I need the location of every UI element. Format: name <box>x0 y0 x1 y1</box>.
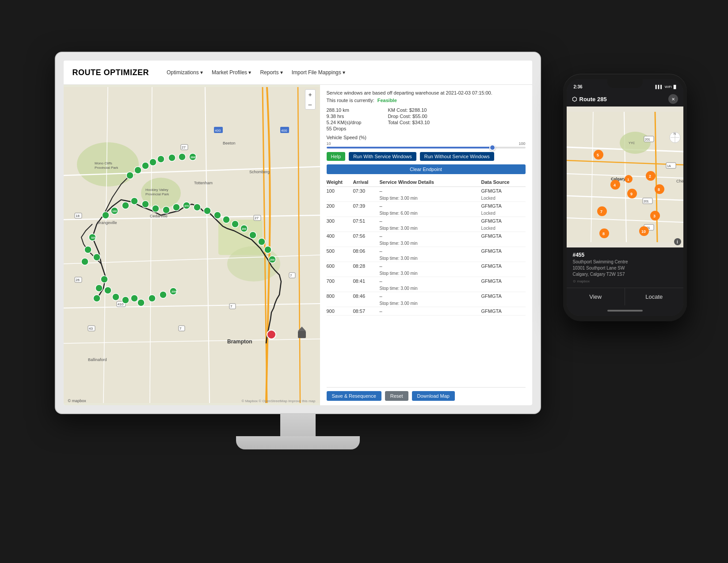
svg-text:8: 8 <box>658 187 660 192</box>
monitor: ROUTE OPTIMIZER Optimizations ▾ Market P… <box>55 52 541 449</box>
phone-close-button[interactable]: ✕ <box>668 94 678 104</box>
svg-text:Schomberg: Schomberg <box>249 170 270 174</box>
svg-point-91 <box>149 159 156 166</box>
signal-icon: ▌▌▌ <box>656 85 663 89</box>
download-map-button[interactable]: Download Map <box>412 391 455 401</box>
table-row: 400 07:56 – GFMGTA <box>327 232 526 240</box>
zoom-out-button[interactable]: – <box>305 99 315 109</box>
svg-text:2865: 2865 <box>191 156 197 159</box>
phone-status-icons: ▌▌▌ WiFi █ <box>656 85 676 89</box>
map-zoom-control[interactable]: + – <box>305 89 316 110</box>
svg-point-72 <box>163 206 170 213</box>
reset-button[interactable]: Reset <box>385 391 408 401</box>
cell-source: GFMGTA <box>481 278 526 284</box>
table-row: 800 08:46 – GFMGTA <box>327 292 526 300</box>
cell-source: GFMGTA <box>481 218 526 224</box>
map-svg: Beeton Tottenham Schomberg Cedarville Or… <box>64 85 320 405</box>
cell-stop-time: Stop time: 3.00 min <box>380 286 481 291</box>
phone-address-street: 10301 Southport Lane SW <box>573 265 677 271</box>
stat-distance: 288.10 km <box>327 107 362 113</box>
svg-point-73 <box>173 204 180 211</box>
speed-thumb[interactable] <box>489 145 495 151</box>
phone-route-title: ⬡ Route 285 <box>572 96 607 103</box>
cell-weight: 400 <box>327 233 353 239</box>
table-row-sub: Stop time: 3.00 min <box>327 270 526 277</box>
run-with-service-button[interactable]: Run With Service Windows <box>349 152 416 161</box>
svg-text:200: 200 <box>270 259 275 261</box>
svg-point-71 <box>152 205 159 212</box>
cell-source: GFMGTA <box>481 203 526 209</box>
svg-text:3: 3 <box>653 214 656 218</box>
locate-button[interactable]: Locate <box>625 288 683 305</box>
svg-text:325: 325 <box>91 236 96 239</box>
stat-km-drop: 5.24 KM(s)/drop <box>327 120 362 125</box>
route-stats: 288.10 km 9.38 hrs 5.24 KM(s)/drop 55 Dr… <box>327 107 526 131</box>
map-info-button[interactable]: i <box>674 238 681 245</box>
cell-arrival: 07:56 <box>353 233 380 239</box>
table-row-group-7: 700 08:41 – GFMGTA Stop time: 3.00 min <box>327 277 526 292</box>
svg-text:43: 43 <box>89 327 93 331</box>
svg-rect-0 <box>64 87 320 403</box>
stat-drops: 55 Drops <box>327 126 362 131</box>
stat-hours: 9.38 hrs <box>327 114 362 119</box>
main-content: Beeton Tottenham Schomberg Cedarville Or… <box>64 85 532 405</box>
svg-text:YYC: YYC <box>629 141 635 145</box>
save-resequence-button[interactable]: Save & Resequence <box>327 391 381 401</box>
table-row-sub: Stop time: 3.00 min Locked <box>327 195 526 202</box>
zoom-in-button[interactable]: + <box>305 90 315 99</box>
nav-item-market-profiles[interactable]: Market Profiles ▾ <box>212 69 251 76</box>
svg-text:26: 26 <box>76 278 80 282</box>
svg-text:400: 400 <box>215 129 221 133</box>
view-button[interactable]: View <box>567 288 625 305</box>
locked-badge: Locked <box>481 211 526 216</box>
cell-detail: – <box>380 188 481 194</box>
app-title: ROUTE OPTIMIZER <box>72 68 149 77</box>
home-indicator <box>607 310 643 312</box>
svg-point-109 <box>620 132 651 154</box>
battery-icon: █ <box>674 85 676 89</box>
svg-point-83 <box>249 232 256 239</box>
cell-weight: 700 <box>327 278 353 284</box>
phone-address-city: Calgary, Calgary T2W 1S7 <box>573 271 677 278</box>
table-row: 300 07:51 – GFMGTA <box>327 217 526 225</box>
table-row: 200 07:39 – GFMGTA <box>327 202 526 210</box>
svg-text:2: 2 <box>649 174 651 179</box>
svg-point-93 <box>168 154 175 161</box>
speed-control: Vehicle Speed (%) 10 100 <box>327 135 526 148</box>
svg-text:Provincial Park: Provincial Park <box>95 166 118 170</box>
svg-point-65 <box>102 212 109 219</box>
svg-text:100: 100 <box>112 210 117 213</box>
nav-item-import[interactable]: Import File Mappings ▾ <box>292 69 345 76</box>
table-row-sub: Stop time: 3.00 min <box>327 240 526 247</box>
monitor-neck <box>280 414 316 436</box>
svg-text:7: 7 <box>230 304 233 308</box>
nav-item-optimizations[interactable]: Optimizations ▾ <box>167 69 203 76</box>
locked-badge: Locked <box>481 226 526 231</box>
navbar: ROUTE OPTIMIZER Optimizations ▾ Market P… <box>64 61 532 85</box>
cell-weight: 900 <box>327 308 353 314</box>
cell-weight: 300 <box>327 218 353 224</box>
svg-point-90 <box>142 162 149 169</box>
cell-weight: 800 <box>327 293 353 299</box>
action-buttons-row: Help Run With Service Windows Run Withou… <box>327 152 526 161</box>
right-panel: Service windows are based off departing … <box>320 85 532 405</box>
locked-badge: Locked <box>481 196 526 201</box>
nav-item-reports[interactable]: Reports ▾ <box>260 69 282 76</box>
table-row-sub: Stop time: 6.00 min Locked <box>327 210 526 217</box>
clear-endpoint-button[interactable]: Clear Endpoint <box>327 164 526 174</box>
svg-point-89 <box>134 167 141 174</box>
cell-stop-time: Stop time: 3.00 min <box>380 256 481 261</box>
map-background: Beeton Tottenham Schomberg Cedarville Or… <box>64 85 320 405</box>
cell-arrival: 08:57 <box>353 308 380 314</box>
svg-point-70 <box>142 201 149 208</box>
svg-text:Mono Cliffs: Mono Cliffs <box>95 161 112 165</box>
svg-text:Hockley Valley: Hockley Valley <box>145 188 168 192</box>
svg-text:Brampton: Brampton <box>227 339 252 345</box>
speed-slider[interactable] <box>327 147 526 148</box>
svg-point-88 <box>126 172 133 179</box>
service-window-note: Service windows are based off departing … <box>327 89 526 97</box>
run-without-service-button[interactable]: Run Without Service Windows <box>420 152 494 161</box>
route-status-value: Feasible <box>377 98 397 103</box>
table-row: 500 08:06 – GFMGTA <box>327 247 526 255</box>
help-button[interactable]: Help <box>327 152 346 161</box>
